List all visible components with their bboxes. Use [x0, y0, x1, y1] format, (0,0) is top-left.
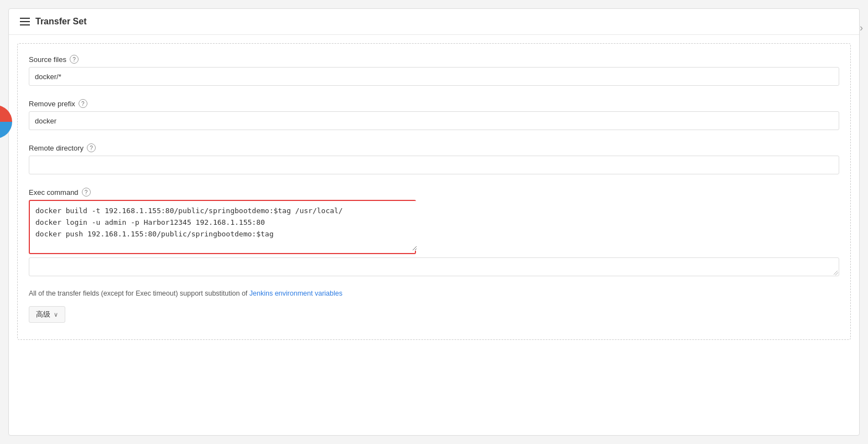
hamburger-line-3 — [20, 24, 30, 25]
source-files-label: Source files ? — [29, 55, 839, 64]
source-files-help-icon[interactable]: ? — [70, 55, 79, 64]
exec-command-textarea[interactable]: docker build -t 192.168.1.155:80/public/… — [30, 201, 417, 251]
remove-prefix-label: Remove prefix ? — [29, 99, 839, 108]
exec-command-wrapper: docker build -t 192.168.1.155:80/public/… — [29, 200, 839, 254]
circle-accent — [0, 105, 12, 138]
remove-prefix-label-text: Remove prefix — [29, 100, 75, 108]
remote-directory-help-icon[interactable]: ? — [87, 143, 96, 152]
remote-directory-input[interactable] — [29, 156, 839, 174]
remove-prefix-input[interactable] — [29, 111, 839, 130]
chevron-down-icon: ∨ — [54, 311, 58, 318]
jenkins-env-vars-link[interactable]: Jenkins environment variables — [250, 290, 342, 297]
remote-directory-label-text: Remote directory — [29, 144, 84, 152]
exec-command-help-icon[interactable]: ? — [82, 188, 91, 197]
panel-header: Transfer Set — [9, 9, 859, 35]
hamburger-menu-icon[interactable] — [20, 18, 30, 25]
panel-title: Transfer Set — [35, 17, 86, 27]
advanced-button[interactable]: 高级 ∨ — [29, 306, 65, 323]
exec-command-extra-input[interactable] — [29, 257, 839, 276]
content-area: Source files ? Remove prefix ? Remote di… — [17, 43, 851, 340]
exec-command-extra-container — [29, 254, 839, 276]
chevron-right-icon: › — [860, 22, 863, 34]
hamburger-line-1 — [20, 18, 30, 19]
remove-prefix-group: Remove prefix ? — [29, 99, 839, 130]
remote-directory-label: Remote directory ? — [29, 143, 839, 152]
page-wrapper: › Transfer Set Source files ? — [0, 0, 868, 444]
main-panel: Transfer Set Source files ? Remove prefi… — [8, 8, 860, 436]
left-accent — [0, 105, 12, 138]
advanced-button-label: 高级 — [36, 309, 50, 319]
remove-prefix-help-icon[interactable]: ? — [79, 99, 87, 108]
source-files-input[interactable] — [29, 67, 839, 86]
exec-command-label: Exec command ? — [29, 188, 839, 197]
remote-directory-group: Remote directory ? — [29, 143, 839, 174]
hamburger-line-2 — [20, 21, 30, 22]
info-text-prefix: All of the transfer fields (except for E… — [29, 290, 250, 297]
exec-command-group: Exec command ? docker build -t 192.168.1… — [29, 188, 839, 276]
exec-command-label-text: Exec command — [29, 188, 79, 197]
info-text: All of the transfer fields (except for E… — [29, 290, 839, 297]
source-files-group: Source files ? — [29, 55, 839, 86]
source-files-label-text: Source files — [29, 55, 66, 64]
exec-command-highlight-border: docker build -t 192.168.1.155:80/public/… — [29, 200, 416, 254]
